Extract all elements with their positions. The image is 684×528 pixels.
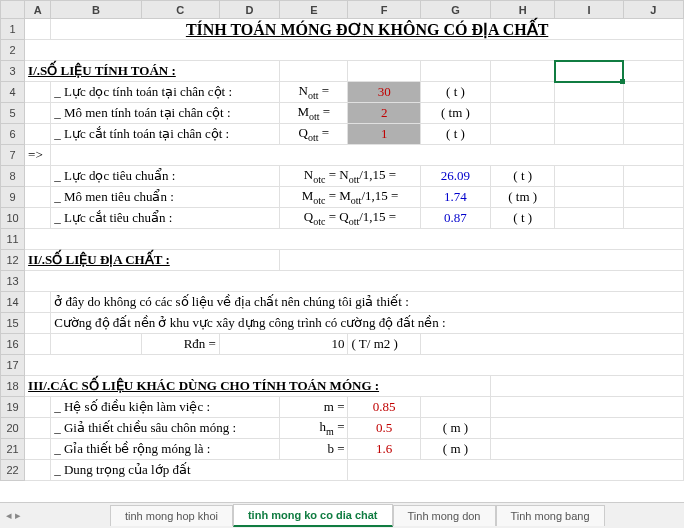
label-Qott[interactable]: _ Lực cắt tính toán tại chân cột : [51, 124, 280, 145]
unit-hm[interactable]: ( m ) [420, 418, 490, 439]
tab-3[interactable]: Tinh mong don [393, 505, 496, 526]
val-Qotc[interactable]: 0.87 [420, 208, 490, 229]
row-8[interactable]: 8 [1, 166, 25, 187]
row-14[interactable]: 14 [1, 292, 25, 313]
sym-m[interactable]: m = [280, 397, 348, 418]
val-Rdn[interactable]: 10 [219, 334, 348, 355]
val-Qott[interactable]: 1 [348, 124, 420, 145]
row-3[interactable]: 3 [1, 61, 25, 82]
val-b[interactable]: 1.6 [348, 439, 420, 460]
row-19[interactable]: 19 [1, 397, 25, 418]
section-3[interactable]: III/.CÁC SỐ LIỆU KHÁC DÙNG CHO TÍNH TOÁN… [25, 376, 491, 397]
label-Motc[interactable]: _ Mô men tiêu chuẩn : [51, 187, 280, 208]
unit-Qotc[interactable]: ( t ) [491, 208, 555, 229]
tab-1[interactable]: tinh mong hop khoi [110, 505, 233, 526]
label-Notc[interactable]: _ Lực dọc tiêu chuẩn : [51, 166, 280, 187]
section-2[interactable]: II/.SỐ LIỆU ĐỊA CHẤT : [25, 250, 280, 271]
label-hm[interactable]: _ Giả thiết chiều sâu chôn móng : [51, 418, 280, 439]
unit-Qott[interactable]: ( t ) [420, 124, 490, 145]
sym-Notc[interactable]: Notc = Nott/1,15 = [280, 166, 421, 187]
unit-Notc[interactable]: ( t ) [491, 166, 555, 187]
geo-note-1[interactable]: ở đây do không có các số liệu về địa chấ… [51, 292, 684, 313]
row-15[interactable]: 15 [1, 313, 25, 334]
col-E[interactable]: E [280, 1, 348, 19]
sheet-tabs: ◂ ▸ tinh mong hop khoi tinh mong ko co d… [0, 502, 684, 528]
val-Nott[interactable]: 30 [348, 82, 420, 103]
page-title[interactable]: TÍNH TOÁN MÓNG ĐƠN KHÔNG CÓ ĐỊA CHẤT [51, 19, 684, 40]
col-B[interactable]: B [51, 1, 141, 19]
tab-2-active[interactable]: tinh mong ko co dia chat [233, 504, 393, 527]
col-F[interactable]: F [348, 1, 420, 19]
spreadsheet-grid: A B C D E F G H I J 1 TÍNH TOÁN MÓNG ĐƠN… [0, 0, 684, 481]
val-Motc[interactable]: 1.74 [420, 187, 490, 208]
col-G[interactable]: G [420, 1, 490, 19]
tab-nav-icons[interactable]: ◂ ▸ [0, 509, 110, 522]
label-soil[interactable]: _ Dung trọng của lớp đất [51, 460, 348, 481]
sym-Motc[interactable]: Motc = Mott/1,15 = [280, 187, 421, 208]
val-m[interactable]: 0.85 [348, 397, 420, 418]
col-H[interactable]: H [491, 1, 555, 19]
active-cell-I3[interactable] [555, 61, 623, 82]
col-header-row: A B C D E F G H I J [1, 1, 684, 19]
val-hm[interactable]: 0.5 [348, 418, 420, 439]
row-7[interactable]: 7 [1, 145, 25, 166]
label-Nott[interactable]: _ Lực dọc tính toán tại chân cột : [51, 82, 280, 103]
unit-m[interactable] [420, 397, 490, 418]
row-20[interactable]: 20 [1, 418, 25, 439]
tab-4[interactable]: Tinh mong bang [496, 505, 605, 526]
label-Mott[interactable]: _ Mô men tính toán tại chân cột : [51, 103, 280, 124]
sym-Rdn[interactable]: Rđn = [141, 334, 219, 355]
col-C[interactable]: C [141, 1, 219, 19]
unit-Rdn[interactable]: ( T/ m2 ) [348, 334, 420, 355]
geo-note-2[interactable]: Cường độ đất nền ở khu vực xây dựng công… [51, 313, 684, 334]
unit-Mott[interactable]: ( tm ) [420, 103, 490, 124]
row-5[interactable]: 5 [1, 103, 25, 124]
unit-b[interactable]: ( m ) [420, 439, 490, 460]
col-J[interactable]: J [623, 1, 683, 19]
row-6[interactable]: 6 [1, 124, 25, 145]
section-1[interactable]: I/.SỐ LIỆU TÍNH TOÁN : [25, 61, 280, 82]
col-D[interactable]: D [219, 1, 279, 19]
unit-Nott[interactable]: ( t ) [420, 82, 490, 103]
sym-Mott[interactable]: Mott = [280, 103, 348, 124]
row-2[interactable]: 2 [1, 40, 25, 61]
sym-b[interactable]: b = [280, 439, 348, 460]
col-A[interactable]: A [25, 1, 51, 19]
label-Qotc[interactable]: _ Lực cắt tiêu chuẩn : [51, 208, 280, 229]
sym-Qott[interactable]: Qott = [280, 124, 348, 145]
val-Notc[interactable]: 26.09 [420, 166, 490, 187]
col-I[interactable]: I [555, 1, 623, 19]
sym-Qotc[interactable]: Qotc = Qott/1,15 = [280, 208, 421, 229]
row-17[interactable]: 17 [1, 355, 25, 376]
row-16[interactable]: 16 [1, 334, 25, 355]
corner[interactable] [1, 1, 25, 19]
sym-Nott[interactable]: Nott = [280, 82, 348, 103]
row-11[interactable]: 11 [1, 229, 25, 250]
row-22[interactable]: 22 [1, 460, 25, 481]
row-4[interactable]: 4 [1, 82, 25, 103]
unit-Motc[interactable]: ( tm ) [491, 187, 555, 208]
sym-hm[interactable]: hm = [280, 418, 348, 439]
val-Mott[interactable]: 2 [348, 103, 420, 124]
label-m[interactable]: _ Hệ số điều kiện làm việc : [51, 397, 280, 418]
row-1[interactable]: 1 [1, 19, 25, 40]
label-b[interactable]: _ Gỉa thiết bề rộng móng là : [51, 439, 280, 460]
row-10[interactable]: 10 [1, 208, 25, 229]
arrow[interactable]: => [25, 145, 51, 166]
row-13[interactable]: 13 [1, 271, 25, 292]
row-18[interactable]: 18 [1, 376, 25, 397]
row-12[interactable]: 12 [1, 250, 25, 271]
row-21[interactable]: 21 [1, 439, 25, 460]
row-9[interactable]: 9 [1, 187, 25, 208]
